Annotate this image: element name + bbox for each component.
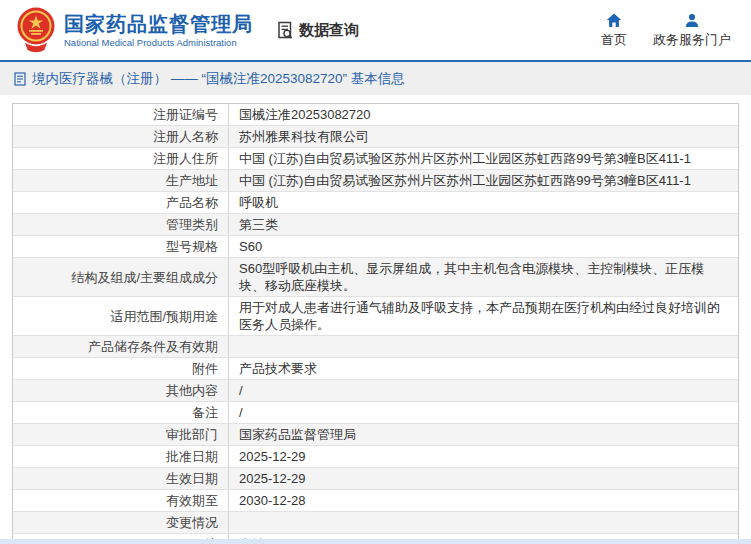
row-label: 注册人住所 — [13, 148, 229, 169]
data-query-tab[interactable]: 数据查询 — [275, 20, 359, 40]
row-value: S60 — [229, 236, 738, 257]
breadcrumb: 境内医疗器械（注册） —— “国械注准20253082720” 基本信息 — [0, 62, 751, 95]
row-label: 产品名称 — [13, 192, 229, 213]
info-table: 注册证编号国械注准20253082720注册人名称苏州雅果科技有限公司注册人住所… — [12, 103, 739, 544]
footer-strip — [0, 539, 751, 544]
row-label: 生产地址 — [13, 170, 229, 191]
table-row: 管理类别第三类 — [13, 214, 738, 236]
header-nav: 首页 政务服务门户 — [601, 11, 731, 49]
row-value: 第三类 — [229, 214, 738, 235]
nav-item-label: 政务服务门户 — [653, 31, 731, 49]
agency-name-en: National Medical Products Administration — [64, 36, 253, 49]
row-value — [229, 336, 738, 357]
table-row: 其他内容/ — [13, 380, 738, 402]
table-row: 变更情况 — [13, 512, 738, 534]
row-label: 型号规格 — [13, 236, 229, 257]
row-label: 管理类别 — [13, 214, 229, 235]
row-value: 呼吸机 — [229, 192, 738, 213]
row-label: 审批部门 — [13, 424, 229, 445]
user-icon — [684, 13, 700, 28]
row-value: / — [229, 380, 738, 401]
table-row: 注册人住所中国 (江苏)自由贸易试验区苏州片区苏州工业园区苏虹西路99号第3幢B… — [13, 148, 738, 170]
page-header: 国家药品监督管理局 National Medical Products Admi… — [0, 0, 751, 60]
data-query-label: 数据查询 — [299, 21, 359, 40]
table-row: 结构及组成/主要组成成分S60型呼吸机由主机、显示屏组成，其中主机包含电源模块、… — [13, 258, 738, 297]
row-value: 2030-12-28 — [229, 490, 738, 511]
row-value: / — [229, 402, 738, 423]
breadcrumb-text: 境内医疗器械（注册） —— “国械注准20253082720” 基本信息 — [32, 70, 405, 88]
row-value: 2025-12-29 — [229, 446, 738, 467]
main-content: 注册证编号国械注准20253082720注册人名称苏州雅果科技有限公司注册人住所… — [0, 95, 751, 544]
row-label: 生效日期 — [13, 468, 229, 489]
row-value: 2025-12-29 — [229, 468, 738, 489]
table-row: 产品名称呼吸机 — [13, 192, 738, 214]
row-label: 其他内容 — [13, 380, 229, 401]
table-row: 有效期至2030-12-28 — [13, 490, 738, 512]
row-value: 苏州雅果科技有限公司 — [229, 126, 738, 147]
row-label: 结构及组成/主要组成成分 — [13, 258, 229, 296]
row-value: S60型呼吸机由主机、显示屏组成，其中主机包含电源模块、主控制模块、正压模块、移… — [229, 258, 738, 296]
table-row: 生产地址中国 (江苏)自由贸易试验区苏州片区苏州工业园区苏虹西路99号第3幢B区… — [13, 170, 738, 192]
row-label: 批准日期 — [13, 446, 229, 467]
table-row: 生效日期2025-12-29 — [13, 468, 738, 490]
row-label: 注册证编号 — [13, 104, 229, 125]
table-row: 备注/ — [13, 402, 738, 424]
row-label: 备注 — [13, 402, 229, 423]
row-value: 中国 (江苏)自由贸易试验区苏州片区苏州工业园区苏虹西路99号第3幢B区411-… — [229, 170, 738, 191]
agency-title-block: 国家药品监督管理局 National Medical Products Admi… — [64, 12, 253, 49]
table-row: 适用范围/预期用途用于对成人患者进行通气辅助及呼吸支持，本产品预期在医疗机构由经… — [13, 297, 738, 336]
row-value: 中国 (江苏)自由贸易试验区苏州片区苏州工业园区苏虹西路99号第3幢B区411-… — [229, 148, 738, 169]
nav-item-home[interactable]: 首页 — [601, 11, 627, 49]
table-row: 批准日期2025-12-29 — [13, 446, 738, 468]
agency-name-cn: 国家药品监督管理局 — [64, 12, 253, 36]
row-label: 注册人名称 — [13, 126, 229, 147]
row-label: 附件 — [13, 358, 229, 379]
row-label: 产品储存条件及有效期 — [13, 336, 229, 357]
document-search-icon — [275, 20, 295, 40]
row-value: 用于对成人患者进行通气辅助及呼吸支持，本产品预期在医疗机构由经过良好培训的医务人… — [229, 297, 738, 335]
national-emblem-icon — [16, 7, 56, 53]
row-value: 国家药品监督管理局 — [229, 424, 738, 445]
nav-item-portal[interactable]: 政务服务门户 — [653, 11, 731, 49]
document-icon — [14, 72, 26, 86]
row-value: 国械注准20253082720 — [229, 104, 738, 125]
table-row: 审批部门国家药品监督管理局 — [13, 424, 738, 446]
table-row: 产品储存条件及有效期 — [13, 336, 738, 358]
row-label: 有效期至 — [13, 490, 229, 511]
table-row: 附件产品技术要求 — [13, 358, 738, 380]
home-icon — [606, 13, 622, 28]
nav-item-label: 首页 — [601, 31, 627, 49]
row-label: 变更情况 — [13, 512, 229, 533]
table-row: 注册人名称苏州雅果科技有限公司 — [13, 126, 738, 148]
table-row: 注册证编号国械注准20253082720 — [13, 104, 738, 126]
row-value: 产品技术要求 — [229, 358, 738, 379]
table-row: 型号规格S60 — [13, 236, 738, 258]
row-value — [229, 512, 738, 533]
row-label: 适用范围/预期用途 — [13, 297, 229, 335]
agency-logo-link[interactable]: 国家药品监督管理局 National Medical Products Admi… — [16, 7, 253, 53]
